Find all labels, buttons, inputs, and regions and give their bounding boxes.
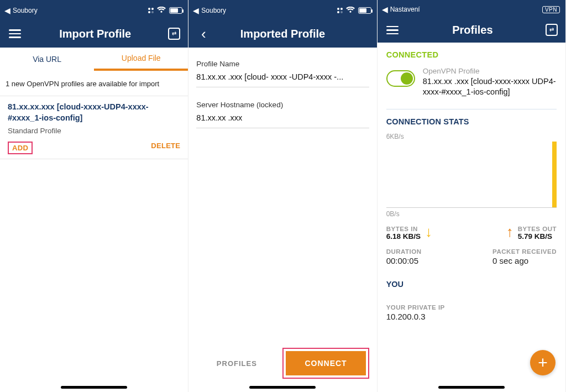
battery-icon: [358, 7, 371, 14]
duration-label: DURATION: [386, 248, 422, 255]
bytes-out-value: 5.79 KB/S: [518, 232, 557, 241]
home-indicator[interactable]: [249, 386, 316, 389]
connect-button[interactable]: CONNECT: [286, 351, 365, 375]
tabs: Via URL Upload File: [0, 48, 188, 71]
bytes-out-label: BYTES OUT: [518, 226, 557, 232]
bytes-in-label: BYTES IN: [386, 226, 421, 232]
plus-icon: +: [538, 353, 548, 372]
menu-icon[interactable]: [8, 27, 22, 41]
wifi-icon: [157, 7, 166, 15]
profile-name-label: Profile Name: [196, 60, 369, 68]
private-ip-label: YOUR PRIVATE IP: [386, 304, 557, 311]
chart-plot: [386, 142, 557, 208]
statusbar-back-icon[interactable]: ◀: [193, 7, 199, 14]
chart-spike: [552, 142, 557, 207]
import-export-icon[interactable]: ⇄: [168, 28, 180, 40]
page-title: Import Profile: [22, 28, 168, 40]
screen-imported-profile: ◀ Soubory ‹ Imported Profile Profile Nam…: [188, 0, 377, 392]
menu-icon[interactable]: [385, 23, 400, 37]
nav-spacer: [355, 27, 369, 41]
connect-highlight: CONNECT: [282, 348, 369, 379]
statusbar-back-icon[interactable]: ◀: [4, 7, 11, 14]
statusbar-back-label[interactable]: Soubory: [201, 7, 226, 14]
duration-value: 00:00:05: [386, 256, 422, 265]
page-title: Imported Profile: [211, 28, 354, 40]
home-indicator[interactable]: [61, 386, 127, 389]
packet-received-value: 0 sec ago: [492, 256, 557, 265]
active-profile-name[interactable]: 81.xx.xx .xxx [cloud-xxxx-xxxx UDP4-xxxx…: [423, 76, 557, 98]
private-ip-value: 10.200.0.3: [386, 312, 557, 321]
profile-card: 81.xx.xx.xxx [cloud-xxxx-UDP4-xxxx-#xxxx…: [0, 96, 188, 159]
nav-bar: ‹ Imported Profile: [188, 20, 376, 48]
you-section-title: YOU: [386, 280, 557, 289]
statusbar-back-label[interactable]: Nastavení: [390, 6, 420, 13]
status-bar: ◀ Soubory: [0, 0, 188, 20]
screen-profiles: ◀ Nastavení VPN Profiles ⇄ CONNECTED Ope…: [378, 0, 566, 392]
import-export-icon[interactable]: ⇄: [546, 24, 558, 36]
bytes-in-value: 6.18 KB/S: [386, 232, 421, 241]
battery-icon: [169, 7, 182, 14]
tab-upload-file[interactable]: Upload File: [94, 48, 188, 71]
profile-name-field[interactable]: 81.xx.xx .xxx [cloud- xxxx -UDP4-xxxx -.…: [196, 72, 369, 87]
delete-button[interactable]: DELETE: [151, 142, 180, 154]
home-indicator[interactable]: [438, 386, 505, 389]
vpn-badge: VPN: [542, 6, 560, 13]
up-arrow-icon: ↑: [506, 226, 513, 241]
nav-bar: Profiles ⇄: [378, 18, 565, 42]
profile-type: Standard Profile: [8, 127, 180, 135]
connection-toggle[interactable]: [386, 70, 415, 87]
signal-icon: [148, 8, 154, 13]
statusbar-back-icon[interactable]: ◀: [382, 6, 388, 13]
page-title: Profiles: [400, 24, 546, 36]
profile-name: 81.xx.xx.xxx [cloud-xxxx-UDP4-xxxx-#xxxx…: [8, 102, 180, 123]
connected-label: CONNECTED: [386, 50, 557, 59]
chart-y-bottom: 0B/s: [386, 210, 557, 218]
status-bar: ◀ Soubory: [188, 0, 376, 20]
add-profile-fab[interactable]: +: [530, 350, 555, 375]
divider: [386, 109, 557, 109]
tab-via-url[interactable]: Via URL: [0, 48, 94, 71]
signal-icon: [337, 8, 343, 13]
bottom-actions: PROFILES CONNECT: [188, 348, 376, 379]
throughput-chart: 6KB/s 0B/s: [386, 133, 557, 218]
nav-bar: Import Profile ⇄: [0, 20, 188, 48]
import-info-text: 1 new OpenVPN profiles are available for…: [0, 71, 188, 96]
add-button[interactable]: ADD: [8, 142, 33, 154]
profile-kind: OpenVPN Profile: [423, 67, 557, 75]
server-hostname-label: Server Hostname (locked): [196, 101, 369, 109]
down-arrow-icon: ↓: [425, 226, 432, 238]
back-button[interactable]: ‹: [196, 27, 211, 41]
screen-import-profile: ◀ Soubory Import Profile ⇄ Via URL Uploa…: [0, 0, 188, 392]
profiles-button[interactable]: PROFILES: [196, 359, 277, 368]
statusbar-back-label[interactable]: Soubory: [13, 7, 38, 14]
packet-received-label: PACKET RECEIVED: [492, 248, 557, 255]
status-bar: ◀ Nastavení VPN: [378, 0, 565, 18]
wifi-icon: [346, 7, 355, 15]
chart-y-top: 6KB/s: [386, 133, 557, 140]
server-hostname-field: 81.xx.xx .xxx: [196, 113, 369, 128]
connection-stats-title: CONNECTION STATS: [386, 117, 557, 126]
